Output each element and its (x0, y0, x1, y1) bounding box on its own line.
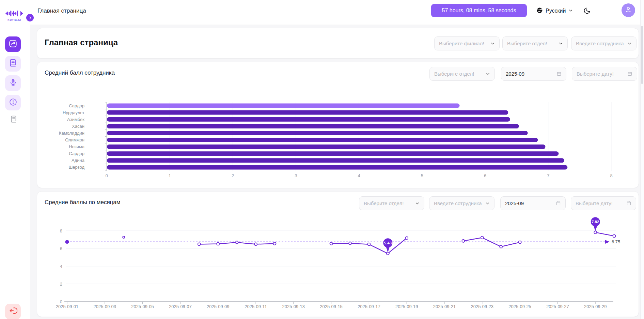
svg-text:8: 8 (60, 228, 62, 233)
bar-3[interactable] (107, 124, 519, 128)
svg-text:2025-09-01: 2025-09-01 (56, 304, 79, 309)
sidebar-item-alerts[interactable] (5, 95, 21, 110)
bar-5[interactable] (107, 138, 538, 142)
chevron-down-icon (490, 41, 495, 46)
sidebar-item-reports[interactable] (5, 56, 21, 72)
logo-text: KOTIB.AI (5, 18, 23, 21)
language-selector[interactable]: Русский (536, 6, 573, 16)
point-2025-09-19[interactable] (405, 237, 408, 240)
svg-text:Камолиддин: Камолиддин (59, 131, 84, 136)
point-2025-09-16[interactable] (349, 242, 351, 245)
svg-text:5: 5 (421, 173, 423, 178)
line-chart-card: Средние баллы по месяцам Выберите отдел!… (37, 191, 639, 317)
select-department-placeholder: Выберите отдел! (507, 41, 547, 46)
point-2025-09-11[interactable] (254, 243, 257, 246)
svg-text:2: 2 (232, 173, 234, 178)
bar-0[interactable] (107, 104, 460, 108)
svg-text:1: 1 (169, 173, 171, 178)
chevron-down-icon (568, 8, 573, 14)
point-2025-09-22[interactable] (462, 240, 465, 242)
scrollbar[interactable] (640, 0, 644, 319)
svg-text:2025-09-29: 2025-09-29 (584, 304, 607, 309)
chevron-down-icon (627, 41, 632, 46)
point-2025-09-23[interactable] (481, 236, 484, 239)
point-2025-09-12[interactable] (273, 242, 276, 245)
bar-chart: 012345678СардорНурдаулетАзимбекХасанКамо… (37, 62, 639, 188)
logo-waveform-icon (5, 10, 23, 17)
globe-icon (536, 7, 543, 15)
svg-text:3: 3 (295, 173, 297, 178)
svg-text:4: 4 (358, 173, 360, 178)
point-2025-09-29[interactable] (594, 231, 597, 234)
svg-text:2025-09-09: 2025-09-09 (207, 304, 230, 309)
page-title: Главная страница (45, 38, 118, 47)
scrollbar-thumb[interactable] (641, 26, 643, 84)
svg-text:Сардор: Сардор (69, 151, 84, 156)
topbar: Главная страница 57 hours, 08 mins, 58 s… (0, 0, 644, 25)
svg-text:Сардор: Сардор (69, 103, 84, 108)
logo: KOTIB.AI (5, 10, 23, 21)
svg-text:2025-09-21: 2025-09-21 (433, 304, 456, 309)
point-2025-09-30[interactable] (613, 235, 616, 238)
notebook-icon (9, 59, 17, 69)
sidebar-item-docs[interactable] (9, 115, 18, 125)
svg-text:2025-09-25: 2025-09-25 (508, 304, 531, 309)
svg-text:2025-09-27: 2025-09-27 (546, 304, 569, 309)
svg-text:2025-09-17: 2025-09-17 (358, 304, 380, 309)
select-employee[interactable]: Введите сотрудника (571, 36, 637, 50)
dark-mode-toggle[interactable] (582, 6, 592, 16)
svg-text:4: 4 (60, 264, 62, 269)
svg-text:2025-09-23: 2025-09-23 (471, 304, 494, 309)
point-2025-09-25[interactable] (519, 241, 521, 244)
breadcrumb-page-title: Главная страница (37, 7, 86, 14)
bar-6[interactable] (107, 145, 545, 149)
sidebar-item-recordings[interactable] (5, 75, 21, 91)
moon-icon (583, 7, 591, 16)
svg-text:Нурдаулет: Нурдаулет (63, 110, 84, 115)
sidebar-collapse-button[interactable] (26, 14, 34, 21)
logout-button[interactable] (5, 304, 21, 319)
point-2025-09-10[interactable] (236, 241, 238, 244)
sidebar: KOTIB.AI (0, 0, 30, 319)
point-2025-09-18[interactable] (387, 252, 389, 255)
svg-text:Адина: Адина (72, 158, 85, 163)
alert-circle-icon (9, 98, 17, 108)
bar-4[interactable] (107, 131, 528, 135)
svg-text:2025-09-05: 2025-09-05 (131, 304, 154, 309)
microphone-icon (9, 78, 17, 88)
point-2025-09-17[interactable] (367, 243, 370, 246)
bar-7[interactable] (107, 151, 559, 156)
svg-text:8: 8 (610, 173, 612, 178)
point-2025-09-01[interactable] (65, 240, 69, 244)
timer-badge[interactable]: 57 hours, 08 mins, 58 seconds (431, 4, 527, 17)
bar-1[interactable] (107, 110, 508, 115)
bar-chart-card: Средний балл сотрудника Выберите отдел! … (37, 62, 639, 188)
avatar[interactable] (622, 3, 635, 17)
bar-2[interactable] (107, 117, 510, 122)
svg-text:2025-09-03: 2025-09-03 (94, 304, 116, 309)
point-2025-09-08[interactable] (198, 243, 201, 246)
svg-text:2025-09-19: 2025-09-19 (395, 304, 418, 309)
point-2025-09-09[interactable] (217, 242, 219, 245)
sidebar-item-dashboard[interactable] (5, 36, 21, 52)
svg-text:7.82: 7.82 (592, 220, 599, 224)
svg-text:2025-09-15: 2025-09-15 (320, 304, 343, 309)
point-2025-09-04[interactable] (123, 236, 125, 238)
svg-text:2025-09-07: 2025-09-07 (169, 304, 192, 309)
svg-text:6: 6 (484, 173, 486, 178)
bar-9[interactable] (107, 165, 567, 169)
trend-chart-icon (9, 39, 17, 49)
chevron-down-icon (559, 41, 563, 46)
svg-text:5.43: 5.43 (384, 241, 392, 245)
point-2025-09-15[interactable] (330, 242, 333, 245)
select-department[interactable]: Выберите отдел! (502, 36, 568, 50)
bar-8[interactable] (107, 158, 564, 163)
point-2025-09-24[interactable] (500, 245, 502, 248)
notebook-gray-icon (10, 115, 18, 125)
select-branch[interactable]: Выберите филиал! (434, 36, 500, 50)
svg-text:0: 0 (60, 299, 62, 304)
svg-text:6: 6 (60, 246, 62, 251)
select-employee-placeholder: Введите сотрудника (576, 41, 624, 46)
svg-text:7: 7 (547, 173, 549, 178)
select-branch-placeholder: Выберите филиал! (439, 41, 484, 46)
